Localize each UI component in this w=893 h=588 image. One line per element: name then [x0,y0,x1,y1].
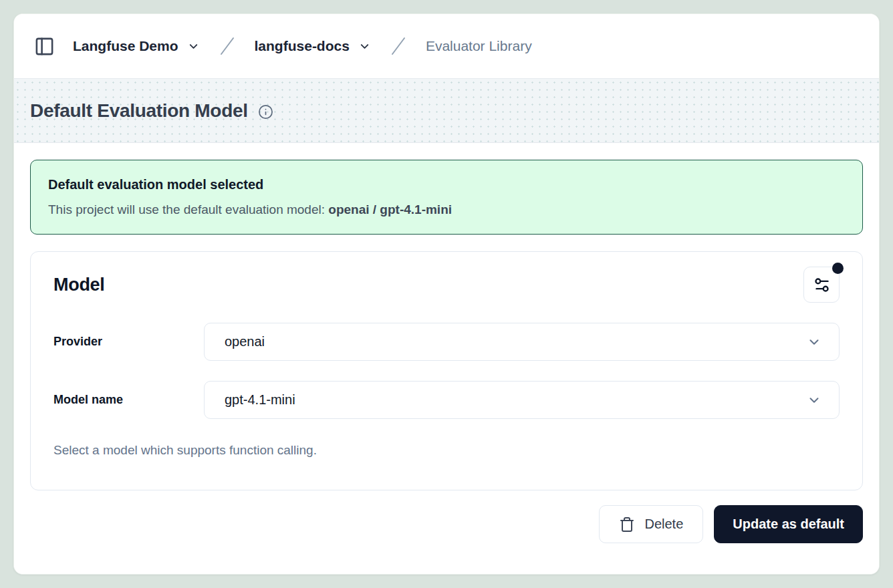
chevron-down-icon [807,393,821,408]
update-button-label: Update as default [733,517,844,532]
provider-label: Provider [53,335,204,349]
model-card-header: Model [53,267,840,303]
info-icon[interactable] [258,104,273,120]
model-name-select[interactable]: gpt-4.1-mini [204,381,840,419]
alert-description: This project will use the default evalua… [48,202,845,217]
page-header: Default Evaluation Model [14,79,879,143]
update-as-default-button[interactable]: Update as default [714,505,863,543]
sidebar-toggle-button[interactable] [31,33,57,59]
chevron-down-icon [187,40,200,53]
main-content: Default evaluation model selected This p… [14,143,879,574]
model-advanced-settings-button[interactable] [803,267,840,303]
breadcrumb-project-label: langfuse-docs [255,38,350,54]
panel-left-icon [34,36,55,57]
breadcrumb-project-selector[interactable]: langfuse-docs [253,35,372,57]
model-name-select-value: gpt-4.1-mini [225,392,295,408]
model-name-row: Model name gpt-4.1-mini [53,381,840,419]
provider-row: Provider openai [53,323,840,361]
trash-icon [619,517,635,533]
chevron-down-icon [358,40,371,53]
provider-select-value: openai [225,334,265,349]
sliders-icon [813,276,831,294]
breadcrumb-separator-icon [390,36,407,56]
breadcrumb: Langfuse Demo langfuse-docs Evaluator Li… [14,14,879,79]
breadcrumb-org-label: Langfuse Demo [73,38,178,54]
alert-model-name: openai / gpt-4.1-mini [328,202,452,216]
page-title: Default Evaluation Model [30,100,248,122]
alert-title: Default evaluation model selected [48,177,845,192]
model-card: Model Provider openai [30,251,863,490]
action-bar: Delete Update as default [30,505,863,543]
provider-select[interactable]: openai [204,323,840,361]
app-window: Langfuse Demo langfuse-docs Evaluator Li… [13,13,880,575]
notification-dot [832,263,844,274]
model-card-title: Model [53,275,105,295]
model-name-label: Model name [53,393,204,407]
breadcrumb-org-selector[interactable]: Langfuse Demo [72,35,201,57]
default-model-alert: Default evaluation model selected This p… [30,160,863,235]
delete-button-label: Delete [644,517,683,532]
breadcrumb-separator-icon [219,36,236,56]
breadcrumb-current-page: Evaluator Library [426,38,532,54]
alert-description-text: This project will use the default evalua… [48,202,328,216]
chevron-down-icon [807,335,821,349]
model-helper-text: Select a model which supports function c… [53,443,840,458]
delete-button[interactable]: Delete [599,505,703,543]
